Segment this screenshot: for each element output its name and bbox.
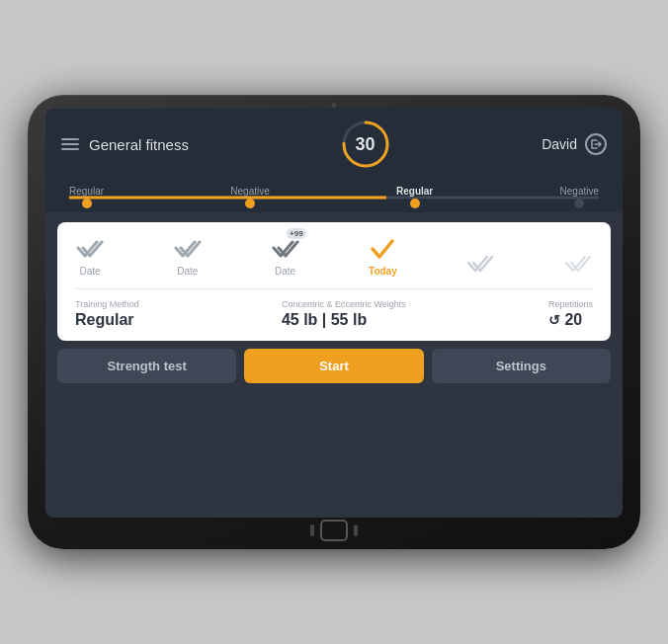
check-label-2: Date: [275, 266, 295, 277]
repetitions-number: 20: [564, 311, 582, 328]
bottom-buttons: Strength test Start Settings: [57, 349, 611, 387]
info-group-method: Training Method Regular: [75, 299, 139, 329]
user-name: David: [542, 136, 577, 152]
check-item-0: Date: [75, 236, 105, 277]
check-item-5: [563, 251, 593, 277]
check-item-3: Today: [368, 236, 397, 277]
timer-number: 30: [356, 134, 376, 155]
training-method-label: Training Method: [75, 299, 139, 309]
track-dot-0: [82, 199, 92, 208]
track-dot-3: [574, 199, 584, 208]
repeat-icon: ↺: [548, 312, 560, 328]
check-item-1: Date: [173, 236, 203, 277]
check-badge-2: +99: [287, 228, 306, 239]
checkmark-2: [271, 236, 300, 262]
header: General fitness 30 David: [45, 109, 623, 180]
logout-icon[interactable]: [585, 133, 607, 155]
track-bar: Regular Negative Regular Negative: [45, 186, 623, 208]
checkmark-0: [75, 236, 105, 262]
info-group-weights: Concentric & Eccentric Weights 45 lb | 5…: [282, 299, 406, 329]
main-content: Date Date +99: [45, 212, 623, 518]
menu-icon[interactable]: [61, 138, 79, 150]
checkmark-3: [368, 236, 397, 262]
check-item-4: [465, 251, 495, 277]
tablet-device: General fitness 30 David: [28, 95, 640, 549]
settings-button[interactable]: Settings: [432, 349, 611, 383]
home-dot-left: [310, 524, 314, 536]
check-label-1: Date: [177, 266, 198, 277]
checkmark-1: [173, 236, 203, 262]
track-dot-1: [245, 199, 255, 208]
progress-track: Regular Negative Regular Negative: [45, 180, 623, 212]
app-title: General fitness: [89, 136, 189, 153]
start-button[interactable]: Start: [244, 349, 423, 383]
check-item-2: +99 Date: [271, 236, 300, 277]
header-left: General fitness: [61, 136, 189, 153]
home-button[interactable]: [320, 520, 348, 541]
track-item-1: Negative: [230, 186, 269, 208]
header-right: David: [542, 133, 607, 155]
screen: General fitness 30 David: [45, 109, 623, 518]
check-label-0: Date: [79, 266, 100, 277]
session-card: Date Date +99: [57, 222, 611, 341]
track-dot-2: [410, 199, 420, 208]
track-labels: Regular Negative Regular Negative: [69, 186, 599, 208]
repetitions-value: ↺ 20: [548, 311, 593, 329]
track-label-3: Negative: [560, 186, 599, 197]
track-label-1: Negative: [230, 186, 269, 197]
training-method-value: Regular: [75, 311, 139, 329]
session-info: Training Method Regular Concentric & Ecc…: [75, 288, 593, 329]
track-item-2: Regular: [396, 186, 433, 208]
home-bar: [310, 520, 358, 541]
track-label-2: Regular: [396, 186, 433, 197]
timer-circle: 30: [340, 119, 391, 170]
checkmark-5: [563, 251, 593, 277]
info-group-reps: Repetitions ↺ 20: [548, 299, 593, 329]
session-checkmarks: Date Date +99: [75, 236, 593, 277]
repetitions-label: Repetitions: [548, 299, 593, 309]
checkmark-4: [465, 251, 495, 277]
track-item-3: Negative: [560, 186, 599, 208]
track-item-0: Regular: [69, 186, 104, 208]
track-label-0: Regular: [69, 186, 104, 197]
home-dot-right: [354, 524, 358, 536]
weights-value: 45 lb | 55 lb: [282, 311, 406, 329]
check-label-3: Today: [369, 266, 397, 277]
strength-test-button[interactable]: Strength test: [57, 349, 236, 383]
weights-label: Concentric & Eccentric Weights: [282, 299, 406, 309]
